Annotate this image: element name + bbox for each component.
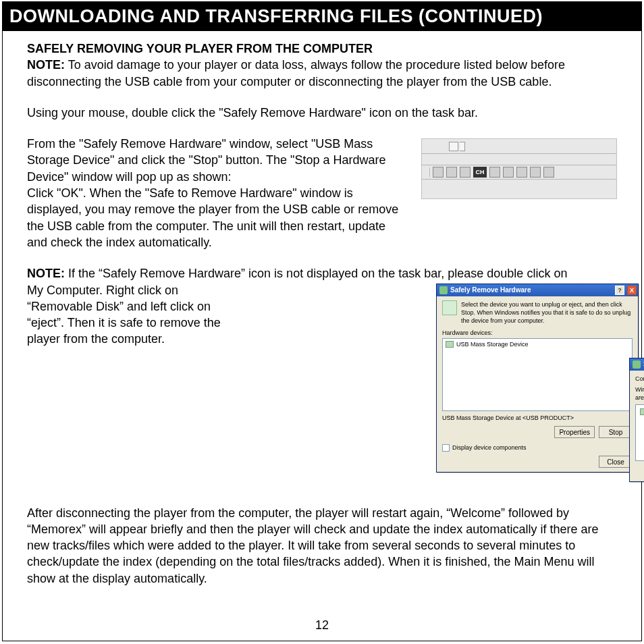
note-2-text: If the “Safely Remove Hardware” icon is … <box>65 267 567 280</box>
para-doubleclick: Using your mouse, double click the "Safe… <box>27 105 617 121</box>
eject-icon <box>442 300 457 315</box>
tray-icon <box>460 167 471 178</box>
para-select: From the "Safely Remove Hardware" window… <box>27 136 408 185</box>
stop-button[interactable]: Stop <box>599 426 633 438</box>
devices-tree[interactable]: USB Mass Storage Device Generic volume -… <box>635 404 644 461</box>
para-click-ok: Click "OK". When the "Safe to Remove Har… <box>27 185 408 250</box>
instruction-text: Select the device you want to unplug or … <box>461 300 633 325</box>
close-window-button[interactable]: Close <box>599 456 633 468</box>
close-button[interactable]: X <box>627 286 637 295</box>
window-icon <box>439 286 448 294</box>
tray-icon <box>446 167 457 178</box>
para-mycomputer: My Computer. Right click on “Removable D… <box>27 282 223 348</box>
taskbar-arrow-icon <box>460 142 465 151</box>
window-title: Safely Remove Hardware <box>450 286 531 295</box>
manual-page: DOWNLOADING AND TRANSFERRING FILES (CONT… <box>2 1 642 641</box>
tray-icon <box>489 167 500 178</box>
note-label-1: NOTE: <box>27 58 65 72</box>
usb-device-icon <box>446 341 454 348</box>
status-text: USB Mass Storage Device at <USB PRODUCT> <box>442 414 633 422</box>
confirm-line: Confirm devices to be stopped, Choose OK… <box>635 375 644 383</box>
para-after-disconnect: After disconnecting the player from the … <box>27 505 617 587</box>
tray-icon <box>543 167 554 178</box>
devices-listbox[interactable]: USB Mass Storage Device <box>442 338 633 411</box>
tray-icon <box>516 167 527 178</box>
page-banner: DOWNLOADING AND TRANSFERRING FILES (CONT… <box>3 2 641 31</box>
subheading: SAFELY REMOVING YOUR PLAYER FROM THE COM… <box>27 42 373 55</box>
note-label-2: NOTE: <box>27 267 65 280</box>
safely-remove-window: Safely Remove Hardware ? X Select the de… <box>436 284 639 473</box>
display-components-checkbox[interactable] <box>442 444 450 452</box>
window-icon <box>633 360 641 369</box>
page-number: 12 <box>3 618 641 633</box>
stop-hardware-window: Stop a Hardware device ? X Confirm devic… <box>629 358 644 482</box>
help-button[interactable]: ? <box>615 286 624 295</box>
tray-icon <box>433 167 444 178</box>
tray-separator-icon <box>425 167 430 177</box>
usb-device-icon <box>640 408 644 415</box>
note-1-text: To avoid damage to your player or data l… <box>27 58 565 88</box>
tray-icon <box>503 167 514 178</box>
taskbar-tab-icon <box>449 142 458 151</box>
properties-button[interactable]: Properties <box>554 426 595 438</box>
devices-label: Hardware devices: <box>442 329 633 337</box>
display-components-label: Display device components <box>452 444 527 452</box>
tray-icon <box>530 167 541 178</box>
taskbar-screenshot: CH <box>421 138 617 199</box>
device-item: USB Mass Storage Device <box>456 340 529 348</box>
attempt-line: Windows will attempt to stop the followi… <box>635 385 644 402</box>
tray-ch-icon: CH <box>473 167 487 178</box>
page-content: SAFELY REMOVING YOUR PLAYER FROM THE COM… <box>3 31 641 587</box>
